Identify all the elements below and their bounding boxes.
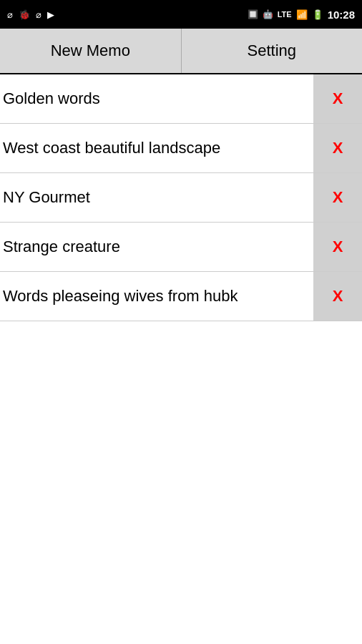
memo-title[interactable]: Strange creature [0, 228, 313, 266]
clock: 10:28 [328, 9, 355, 21]
usb-icon-1: ⌀ [7, 9, 13, 20]
battery-icon: 🔋 [312, 9, 323, 20]
signal-icon: 📶 [296, 9, 308, 20]
status-bar: ⌀ 🐞 ⌀ ▶ 🔲 🤖 LTE 📶 🔋 10:28 [0, 0, 362, 29]
memo-title[interactable]: NY Gourmet [0, 178, 313, 217]
delete-memo-button[interactable]: X [313, 124, 362, 172]
new-memo-button[interactable]: New Memo [0, 29, 182, 73]
memo-item: Golden wordsX [0, 74, 362, 124]
memo-title[interactable]: West coast beautiful landscape [0, 129, 313, 167]
memo-title[interactable]: Words pleaseing wives from hubk [0, 277, 313, 316]
memo-item: Words pleaseing wives from hubkX [0, 272, 362, 321]
memo-item: NY GourmetX [0, 173, 362, 223]
delete-memo-button[interactable]: X [313, 272, 362, 321]
status-icons-right: 🔲 🤖 LTE 📶 🔋 10:28 [248, 9, 355, 21]
button-bar: New Memo Setting [0, 29, 362, 74]
memo-item: West coast beautiful landscapeX [0, 124, 362, 173]
usb-icon-2: ⌀ [36, 9, 41, 20]
memo-title[interactable]: Golden words [0, 79, 313, 118]
delete-memo-button[interactable]: X [313, 173, 362, 222]
setting-button[interactable]: Setting [182, 29, 363, 73]
bug-icon: 🐞 [19, 9, 30, 20]
memo-item: Strange creatureX [0, 223, 362, 272]
media-icon: ▶ [47, 9, 54, 20]
status-icons-left: ⌀ 🐞 ⌀ ▶ [7, 9, 54, 20]
memo-list: Golden wordsXWest coast beautiful landsc… [0, 74, 362, 321]
sim-icon: 🔲 [248, 9, 258, 19]
delete-memo-button[interactable]: X [313, 74, 362, 123]
lte-icon: LTE [278, 10, 292, 19]
delete-memo-button[interactable]: X [313, 223, 362, 271]
robot-icon: 🤖 [263, 9, 273, 19]
